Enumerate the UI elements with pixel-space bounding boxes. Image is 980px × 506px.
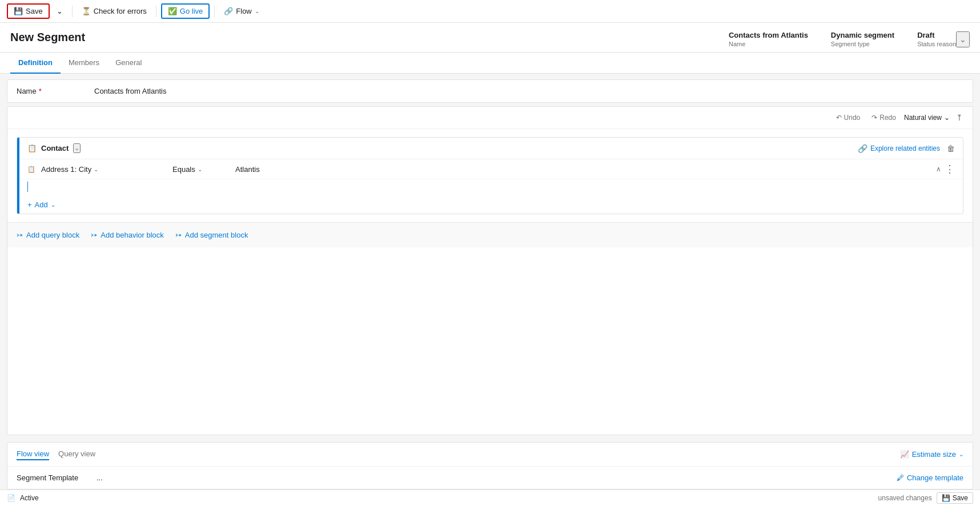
check-errors-label: Check for errors	[94, 7, 147, 15]
redo-button[interactable]: ↷ Redo	[868, 112, 899, 123]
add-condition-button[interactable]: + Add ⌄	[27, 200, 55, 209]
add-behavior-block-button[interactable]: ⤐ Add behavior block	[91, 231, 164, 239]
name-value[interactable]: Contacts from Atlantis	[94, 87, 166, 95]
meta-status: Draft Status reason	[917, 31, 956, 47]
add-chevron-icon: ⌄	[51, 202, 55, 208]
status-save-icon: 💾	[942, 494, 950, 502]
view-toggle-row: Flow view Query view 📈 Estimate size ⌄	[7, 443, 973, 467]
divider-2	[156, 6, 156, 17]
meta-status-value: Draft	[917, 31, 934, 39]
more-options-button[interactable]: ⋮	[945, 164, 955, 174]
view-label: Natural view	[904, 114, 942, 122]
estimate-size-button[interactable]: 📈 Estimate size ⌄	[900, 450, 963, 459]
segment-block-icon: ⤐	[175, 231, 182, 239]
add-segment-label: Add segment block	[185, 231, 248, 239]
redo-label: Redo	[879, 114, 896, 122]
template-value: ...	[97, 473, 897, 482]
status-save-button[interactable]: 💾 Save	[937, 492, 973, 504]
page-header: New Segment Contacts from Atlantis Name …	[0, 23, 980, 53]
check-circle-icon: ✅	[168, 7, 177, 15]
condition-field-selector[interactable]: Address 1: City ⌄	[41, 165, 167, 174]
status-right: unsaved changes 💾 Save	[878, 492, 973, 504]
status-bar: 📄 Active unsaved changes 💾 Save	[0, 489, 980, 506]
tab-definition[interactable]: Definition	[10, 53, 61, 74]
flow-label: Flow	[236, 7, 251, 15]
meta-segment-type: Dynamic segment Segment type	[831, 31, 894, 47]
tab-members[interactable]: Members	[61, 53, 107, 74]
add-behavior-label: Add behavior block	[101, 231, 164, 239]
op-chevron-icon: ⌄	[198, 166, 202, 172]
expand-button[interactable]: ⤒	[954, 111, 965, 124]
undo-icon: ↶	[836, 114, 842, 122]
page-title: New Segment	[10, 31, 85, 44]
estimate-chevron-icon: ⌄	[959, 451, 963, 457]
meta-name-label: Name	[729, 41, 745, 47]
add-query-block-button[interactable]: ⤐ Add query block	[17, 231, 79, 239]
save-label: Save	[26, 7, 43, 15]
name-label: Name *	[17, 87, 85, 95]
explore-label: Explore related entities	[870, 144, 940, 152]
view-select-button[interactable]: Natural view ⌄	[904, 114, 950, 122]
view-toggle-left: Flow view Query view	[17, 448, 95, 460]
save-icon: 💾	[14, 7, 23, 15]
entity-icon: 📋	[27, 144, 37, 152]
condition-operator-selector[interactable]: Equals ⌄	[172, 165, 230, 174]
meta-segment-type-label: Segment type	[831, 41, 870, 47]
add-label: Add	[35, 200, 48, 209]
status-save-label: Save	[953, 494, 968, 502]
plus-icon: +	[27, 200, 32, 209]
change-template-button[interactable]: 🖉 Change template	[897, 473, 963, 482]
query-block-icon: ⤐	[17, 231, 23, 239]
flow-chevron-icon: ⌄	[255, 8, 259, 14]
collapse-condition-button[interactable]: ∧	[936, 165, 941, 173]
field-chevron-icon: ⌄	[94, 166, 98, 172]
text-cursor	[27, 182, 28, 192]
chevron-down-icon: ⌄	[57, 7, 63, 15]
name-row: Name * Contacts from Atlantis	[7, 80, 973, 102]
add-segment-block-button[interactable]: ⤐ Add segment block	[175, 231, 248, 239]
save-dropdown-button[interactable]: ⌄	[52, 5, 67, 18]
cursor-line-area	[19, 179, 963, 196]
clock-icon: ⏳	[82, 7, 91, 15]
condition-row: 📋 Address 1: City ⌄ Equals ⌄ Atlantis ∧	[19, 159, 963, 179]
entity-dropdown-button[interactable]: ⌄	[73, 143, 81, 153]
flow-icon: 🔗	[224, 7, 233, 15]
block-header: 📋 Contact ⌄ 🔗 Explore related entities 🗑	[19, 138, 963, 159]
condition-value[interactable]: Atlantis	[235, 165, 930, 174]
name-section: Name * Contacts from Atlantis	[7, 79, 973, 103]
go-live-button[interactable]: ✅ Go live	[161, 3, 210, 19]
undo-button[interactable]: ↶ Undo	[833, 112, 864, 123]
tab-general[interactable]: General	[107, 53, 150, 74]
behavior-block-icon: ⤐	[91, 231, 97, 239]
block-add-row: ⤐ Add query block ⤐ Add behavior block ⤐…	[7, 222, 973, 247]
required-indicator: *	[39, 87, 42, 95]
main-content: Name * Contacts from Atlantis ↶ Undo ↷ R…	[0, 74, 980, 489]
block-header-left: 📋 Contact ⌄	[27, 143, 81, 153]
add-row: + Add ⌄	[19, 196, 963, 214]
query-view-tab[interactable]: Query view	[58, 448, 95, 460]
flow-button[interactable]: 🔗 Flow ⌄	[219, 5, 263, 18]
trash-icon: 🗑	[947, 144, 955, 153]
redo-icon: ↷	[871, 114, 877, 122]
save-button[interactable]: 💾 Save	[7, 3, 50, 19]
header-collapse-button[interactable]: ⌄	[956, 31, 970, 47]
condition-op-value: Equals	[172, 165, 195, 174]
segment-block-content: 📋 Contact ⌄ 🔗 Explore related entities 🗑	[19, 138, 963, 214]
flow-view-tab[interactable]: Flow view	[17, 448, 49, 460]
canvas-body: 📋 Contact ⌄ 🔗 Explore related entities 🗑	[7, 129, 973, 435]
undo-label: Undo	[844, 114, 861, 122]
check-errors-button[interactable]: ⏳ Check for errors	[77, 5, 151, 18]
view-chevron-icon: ⌄	[944, 114, 950, 122]
template-label: Segment Template	[17, 473, 97, 482]
template-row: Segment Template ... 🖉 Change template	[7, 467, 973, 489]
canvas-area: ↶ Undo ↷ Redo Natural view ⌄ ⤒	[7, 106, 973, 435]
divider-3	[214, 6, 215, 17]
explore-related-button[interactable]: 🔗 Explore related entities	[858, 144, 940, 153]
divider-1	[72, 6, 73, 17]
status-left: 📄 Active	[7, 494, 39, 502]
condition-field-value: Address 1: City	[41, 165, 91, 174]
unsaved-text: unsaved changes	[878, 494, 932, 502]
change-template-label: Change template	[907, 473, 963, 482]
toolbar: 💾 Save ⌄ ⏳ Check for errors ✅ Go live 🔗 …	[0, 0, 980, 23]
delete-block-button[interactable]: 🗑	[947, 144, 955, 153]
